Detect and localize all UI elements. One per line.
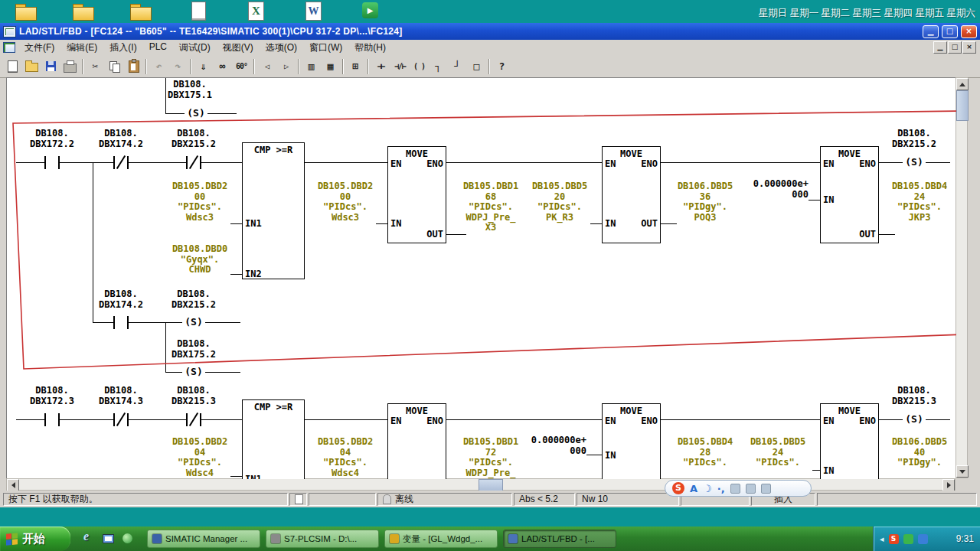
operand-label[interactable]: DB105.DBD520"PIDcs".PK_R3 [525,181,594,223]
ime-moon-icon[interactable]: ☽ [703,483,712,494]
previous-error-icon[interactable]: ◁ [257,57,276,76]
function-block-cmp-r[interactable]: CMP >=RIN1 [242,399,305,479]
coil-set[interactable]: (S) [903,413,926,426]
operand-label[interactable]: DB105.DBD524"PIDcs". [743,437,812,468]
operand-label[interactable]: 0.000000e+000 [529,435,586,456]
download-icon[interactable]: ⇓ [194,57,213,76]
operand-label[interactable]: DB108.DBX174.3 [90,386,152,406]
ime-punct-icon[interactable]: ·, [717,483,725,494]
quick-launch-show-desktop-icon[interactable] [101,532,115,546]
taskbar-task-2[interactable]: S7-PLCSIM - D:\... [266,530,379,548]
monitor-glasses-icon[interactable]: ∞ [213,57,232,76]
start-button[interactable]: 开始 [0,527,70,551]
operand-label[interactable]: DB108.DBX175.2 [163,339,224,360]
coil-set[interactable]: (S) [182,366,205,379]
operand-label[interactable]: DB108.DBX215.2 [884,129,945,149]
contact-nc[interactable] [113,413,129,426]
zoom-level-icon[interactable]: 60° [232,57,251,76]
mdi-restore-button[interactable]: □ [948,41,962,54]
insert-close-branch-icon[interactable]: ┘ [448,57,467,76]
taskbar-task-1[interactable]: SIMATIC Manager ... [147,530,260,548]
symbol-info-icon[interactable]: ⊞ [346,57,365,76]
operand-label[interactable]: DB108.DBX172.2 [21,129,83,149]
taskbar-task-3[interactable]: 变量 - [GL_Wdgd_... [384,530,498,548]
desktop-folder-icon-1[interactable] [14,1,38,21]
operand-label[interactable]: DB105.DBD200"PIDcs".Wdsc3 [311,181,380,223]
operand-label[interactable]: DB108.DBX215.3 [163,386,224,406]
desktop-word-icon[interactable] [301,1,325,21]
taskbar-clock[interactable]: 9:31 [956,533,974,544]
operand-label[interactable]: DB108.DBX215.2 [163,289,224,310]
operand-label[interactable]: DB105.DBD204"PIDcs".Wdsc4 [311,437,380,478]
function-block-move[interactable]: MOVEENENO [387,403,446,479]
split-view-icon[interactable]: ▥ [302,57,321,76]
menu-item-8[interactable]: 窗口(W) [303,40,348,56]
operand-label[interactable]: DB105.DBD168"PIDcs".WDPJ_Pre_X3 [456,181,525,233]
tray-network-icon[interactable] [918,534,928,544]
insert-open-branch-icon[interactable]: ┐ [429,57,448,76]
menu-item-3[interactable]: 插入(I) [103,40,142,56]
operand-label[interactable]: DB108.DBX175.1 [159,80,220,100]
ladder-canvas[interactable]: DB108.DBX175.1DB108.DBX172.2DB108.DBX174… [6,77,956,479]
ime-keyboard-icon[interactable] [730,484,740,494]
close-button[interactable]: × [961,25,977,38]
operand-label[interactable]: DB108.DBX215.2 [163,129,224,149]
operand-label[interactable]: DB105.DBD204"PIDcs".Wdsc4 [165,437,234,478]
cut-icon[interactable]: ✂ [86,57,105,76]
document-icon[interactable] [3,42,15,53]
function-block-cmp-r[interactable]: CMP >=RIN1IN2 [242,142,305,279]
operand-label[interactable]: DB108.DBX174.2 [90,129,152,149]
function-block-move[interactable]: MOVEENENOIN [602,403,661,479]
open-icon[interactable] [22,57,41,76]
ime-toolbar[interactable]: SA☽·, [665,480,812,497]
contact-nc[interactable] [186,413,201,426]
ime-tools-icon[interactable] [761,484,771,494]
mdi-close-button[interactable]: × [962,41,976,54]
titlebar[interactable]: LAD/STL/FBD - [FC124 -- "B605" -- TE1642… [0,23,980,40]
menu-item-6[interactable]: 视图(V) [217,40,260,56]
scroll-left-icon[interactable] [7,479,19,491]
insert-contact-nc-icon[interactable]: ⊣/⊢ [390,57,410,76]
maximize-button[interactable]: □ [942,25,958,38]
operand-label[interactable]: DB108.DBD0"Gyqx".CHWD [165,244,234,276]
overview-icon[interactable]: ▦ [321,57,340,76]
new-icon[interactable] [3,57,22,76]
horizontal-scrollbar[interactable] [6,478,956,491]
insert-contact-no-icon[interactable]: ⊣⊢ [371,57,390,76]
operand-label[interactable]: DB108.DBX174.2 [90,289,152,310]
next-error-icon[interactable]: ▷ [276,57,296,76]
scroll-up-icon[interactable] [956,78,969,90]
menu-item-2[interactable]: 编辑(E) [60,40,103,56]
quick-launch-media-icon[interactable] [121,532,135,546]
menu-item-5[interactable]: 调试(D) [173,40,217,56]
operand-label[interactable]: DB106.DBD540"PIDgy". [889,437,950,468]
contact-nc[interactable] [113,156,129,169]
ime-skin-icon[interactable] [746,484,756,494]
operand-label[interactable]: DB108.DBX172.3 [21,386,83,406]
insert-coil-icon[interactable]: ( ) [410,57,429,76]
desktop-folder-icon-3[interactable] [129,1,153,21]
coil-set[interactable]: (S) [185,107,207,120]
contact-no[interactable] [44,156,60,169]
insert-empty-box-icon[interactable]: □ [467,57,486,76]
desktop-app-icon[interactable] [358,1,383,21]
menu-item-7[interactable]: 选项(O) [260,40,303,56]
menu-item-1[interactable]: 文件(F) [18,40,60,56]
scroll-right-icon[interactable] [942,479,955,491]
ime-letter-mode-icon[interactable]: A [690,483,697,494]
quick-launch-ie-icon[interactable] [81,532,95,546]
mdi-minimize-button[interactable]: ▁ [933,41,947,54]
function-block-move[interactable]: MOVEENENOIN [820,403,879,479]
function-block-move[interactable]: MOVEENENOINOUT [602,146,661,243]
contact-no[interactable] [44,413,60,426]
desktop-notepad-icon[interactable] [186,1,211,21]
vertical-scrollbar[interactable] [956,77,968,478]
vertical-scroll-thumb[interactable] [956,90,969,121]
desktop-folder-icon-2[interactable] [71,1,96,21]
coil-set[interactable]: (S) [182,316,205,329]
save-icon[interactable] [41,57,60,76]
operand-label[interactable]: DB108.DBX215.3 [884,386,945,406]
sogou-logo-icon[interactable]: S [672,482,684,494]
paste-icon[interactable] [124,57,143,76]
tray-collapse-chevron-icon[interactable]: ◂ [880,534,884,544]
